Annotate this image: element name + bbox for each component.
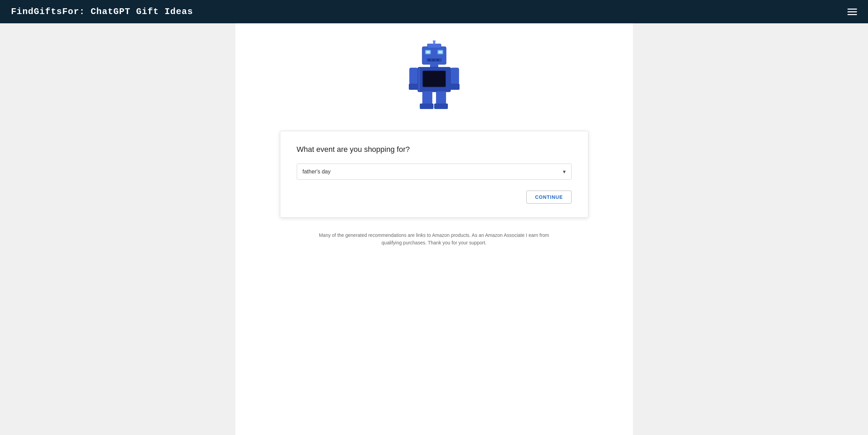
svg-rect-21 xyxy=(420,104,433,109)
robot-svg xyxy=(400,40,468,116)
footer-note: Many of the generated recommendations ar… xyxy=(318,231,551,247)
svg-rect-22 xyxy=(436,91,446,105)
menu-button[interactable] xyxy=(847,9,857,15)
card-question: What event are you shopping for? xyxy=(297,145,572,154)
svg-rect-0 xyxy=(422,47,446,64)
svg-rect-24 xyxy=(418,68,420,91)
hamburger-line-1 xyxy=(847,9,857,10)
event-select[interactable]: father's day mother's day birthday chris… xyxy=(297,164,572,180)
svg-rect-6 xyxy=(426,51,430,53)
app-title: FindGiftsFor: ChatGPT Gift Ideas xyxy=(11,7,193,17)
svg-rect-12 xyxy=(430,64,438,67)
select-wrapper: father's day mother's day birthday chris… xyxy=(297,164,572,180)
svg-rect-15 xyxy=(423,71,445,86)
hamburger-line-3 xyxy=(847,14,857,15)
svg-rect-18 xyxy=(451,68,459,84)
right-panel xyxy=(633,23,868,435)
app-header: FindGiftsFor: ChatGPT Gift Ideas xyxy=(0,0,868,23)
page-wrapper: What event are you shopping for? father'… xyxy=(0,23,868,435)
continue-button[interactable]: CONTINUE xyxy=(526,191,571,204)
svg-rect-11 xyxy=(436,59,439,61)
center-panel: What event are you shopping for? father'… xyxy=(235,23,633,435)
svg-rect-16 xyxy=(409,68,418,84)
left-panel xyxy=(0,23,235,435)
svg-rect-23 xyxy=(434,104,448,109)
svg-rect-9 xyxy=(428,59,431,61)
hamburger-line-2 xyxy=(847,11,857,12)
svg-rect-10 xyxy=(432,59,435,61)
svg-rect-7 xyxy=(439,51,442,53)
button-row: CONTINUE xyxy=(297,191,572,204)
svg-rect-19 xyxy=(450,84,460,90)
event-card: What event are you shopping for? father'… xyxy=(280,131,588,218)
svg-rect-17 xyxy=(409,84,418,90)
robot-illustration xyxy=(400,40,468,117)
svg-rect-20 xyxy=(423,91,432,105)
